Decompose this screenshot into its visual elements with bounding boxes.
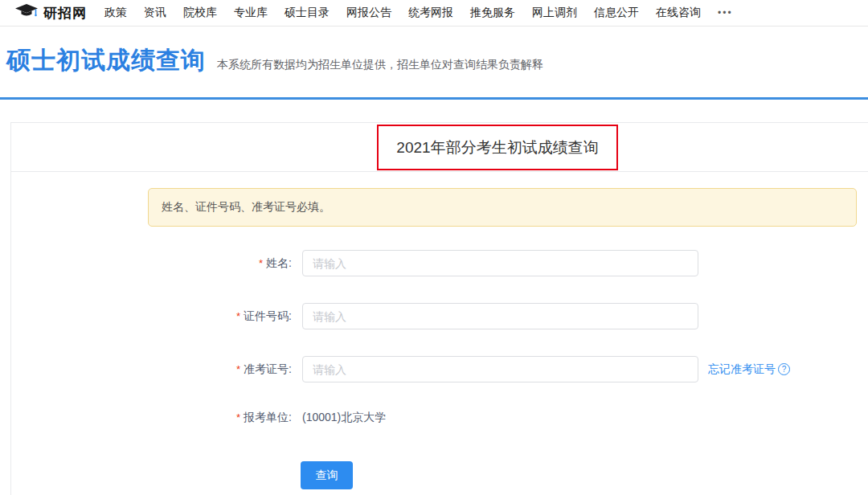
graduation-cap-icon <box>14 3 39 22</box>
required-fields-notice: 姓名、证件号码、准考证号必填。 <box>148 188 857 227</box>
name-label: *姓名: <box>11 256 302 271</box>
notice-text: 姓名、证件号码、准考证号必填。 <box>162 200 330 215</box>
page-title: 硕士初试成绩查询 <box>6 44 206 77</box>
nav-item-college-db[interactable]: 院校库 <box>183 6 217 20</box>
query-button[interactable]: 查询 <box>301 461 353 489</box>
required-asterisk: * <box>236 411 240 423</box>
form-row-submit: 查询 <box>11 461 868 489</box>
nav-item-policy[interactable]: 政策 <box>104 6 127 20</box>
target-institution-value: (10001)北京大学 <box>302 411 386 425</box>
admission-ticket-label: *准考证号: <box>11 362 302 377</box>
form-row-id-number: *证件号码: <box>11 303 868 329</box>
site-logo-text: 研招网 <box>43 4 87 22</box>
card-title: 2021年部分考生初试成绩查询 <box>396 137 598 158</box>
nav-item-more[interactable]: ••• <box>718 7 733 18</box>
nav-item-master-catalog[interactable]: 硕士目录 <box>285 6 330 20</box>
admission-ticket-input[interactable] <box>302 356 698 382</box>
nav-item-major-db[interactable]: 专业库 <box>234 6 268 20</box>
query-card: 2021年部分考生初试成绩查询 姓名、证件号码、准考证号必填。 *姓名: *证件… <box>10 122 868 495</box>
nav-item-exempt-service[interactable]: 推免服务 <box>470 6 515 20</box>
form-row-name: *姓名: <box>11 250 868 276</box>
nav-item-online-consult[interactable]: 在线咨询 <box>656 6 701 20</box>
form-row-target-institution: *报考单位: (10001)北京大学 <box>11 404 868 431</box>
nav-menu: 政策 资讯 院校库 专业库 硕士目录 网报公告 统考网报 推免服务 网上调剂 信… <box>104 6 750 20</box>
site-logo[interactable]: 研招网 <box>14 3 87 22</box>
required-asterisk: * <box>236 363 240 375</box>
id-number-input[interactable] <box>302 303 698 329</box>
page-header: 硕士初试成绩查询 本系统所有数据均为招生单位提供，招生单位对查询结果负责解释 <box>6 44 543 77</box>
target-institution-label: *报考单位: <box>11 411 302 425</box>
nav-item-online-adjustment[interactable]: 网上调剂 <box>532 6 577 20</box>
name-input[interactable] <box>302 250 698 276</box>
blue-divider <box>0 97 868 100</box>
nav-item-news[interactable]: 资讯 <box>144 6 166 20</box>
required-asterisk: * <box>236 310 240 322</box>
id-number-label: *证件号码: <box>11 309 302 324</box>
top-nav: 研招网 政策 资讯 院校库 专业库 硕士目录 网报公告 统考网报 推免服务 网上… <box>0 0 868 27</box>
nav-item-online-report-notice[interactable]: 网报公告 <box>346 6 391 20</box>
nav-item-info-disclosure[interactable]: 信息公开 <box>594 6 639 20</box>
form-row-admission-ticket: *准考证号: 忘记准考证号 ? <box>11 356 868 382</box>
page-subtitle: 本系统所有数据均为招生单位提供，招生单位对查询结果负责解释 <box>217 58 543 72</box>
nav-item-unified-exam-reg[interactable]: 统考网报 <box>408 6 453 20</box>
card-header: 2021年部分考生初试成绩查询 <box>11 123 868 172</box>
forgot-ticket-link[interactable]: 忘记准考证号 ? <box>708 362 790 377</box>
required-asterisk: * <box>259 257 263 269</box>
help-icon[interactable]: ? <box>778 363 790 375</box>
annotation-highlight-box: 2021年部分考生初试成绩查询 <box>377 125 618 170</box>
